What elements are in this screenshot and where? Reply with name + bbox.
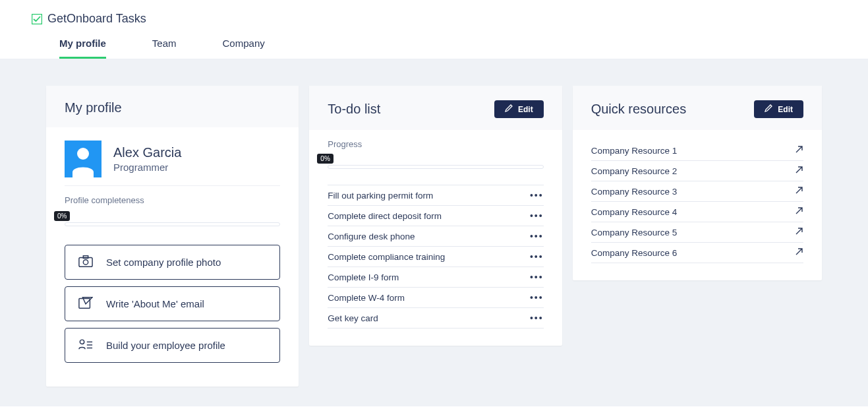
todo-progress: 0% bbox=[328, 152, 543, 169]
todo-item-label: Get key card bbox=[328, 313, 378, 323]
todo-item-label: Configure desk phone bbox=[328, 232, 415, 241]
arrow-up-right-icon bbox=[795, 145, 803, 156]
resource-label: Company Resource 1 bbox=[591, 146, 678, 156]
brand-logo-icon bbox=[32, 14, 42, 24]
profile-card-title: My profile bbox=[46, 86, 299, 127]
todo-edit-button[interactable]: Edit bbox=[494, 100, 544, 118]
todo-list: Fill out parking permit form••• Complete… bbox=[328, 185, 543, 329]
more-icon[interactable]: ••• bbox=[530, 251, 544, 262]
resource-link[interactable]: Company Resource 1 bbox=[591, 141, 803, 161]
arrow-up-right-icon bbox=[795, 227, 803, 237]
profile-progress-badge: 0% bbox=[54, 211, 70, 221]
action-label: Build your employee profile bbox=[106, 340, 225, 351]
svg-point-1 bbox=[77, 148, 89, 160]
todo-card-title: To-do list bbox=[328, 102, 380, 117]
resource-link[interactable]: Company Resource 6 bbox=[591, 243, 803, 263]
brand: GetOnboard Tasks bbox=[32, 0, 868, 32]
svg-rect-5 bbox=[79, 299, 90, 309]
resource-label: Company Resource 4 bbox=[591, 207, 678, 217]
resources-card-title: Quick resources bbox=[591, 102, 687, 117]
profile-card: My profile Alex Garcia Programmer Profil… bbox=[46, 86, 299, 387]
action-build-profile[interactable]: Build your employee profile bbox=[65, 328, 280, 363]
resources-edit-button[interactable]: Edit bbox=[754, 100, 803, 118]
todo-item[interactable]: Fill out parking permit form••• bbox=[328, 185, 543, 205]
profile-progress-bar bbox=[65, 222, 280, 226]
camera-icon bbox=[78, 255, 93, 270]
svg-rect-0 bbox=[32, 14, 42, 24]
more-icon[interactable]: ••• bbox=[530, 190, 544, 201]
todo-item-label: Fill out parking permit form bbox=[328, 191, 433, 201]
todo-item[interactable]: Complete W-4 form••• bbox=[328, 287, 543, 307]
action-label: Set company profile photo bbox=[106, 257, 221, 268]
todo-progress-badge: 0% bbox=[317, 154, 333, 164]
profile-name: Alex Garcia bbox=[113, 145, 181, 160]
svg-point-6 bbox=[80, 340, 84, 344]
resource-label: Company Resource 2 bbox=[591, 166, 678, 176]
topbar: GetOnboard Tasks My profile Team Company bbox=[0, 0, 868, 59]
resource-label: Company Resource 5 bbox=[591, 228, 678, 237]
resources-card-body: Company Resource 1 Company Resource 2 Co… bbox=[573, 130, 822, 280]
profile-identity: Alex Garcia Programmer bbox=[65, 137, 280, 186]
tab-company[interactable]: Company bbox=[223, 38, 265, 59]
svg-rect-2 bbox=[79, 258, 92, 267]
brand-text: GetOnboard Tasks bbox=[47, 12, 146, 26]
tab-my-profile[interactable]: My profile bbox=[59, 38, 106, 59]
todo-card-body: Progress 0% Fill out parking permit form… bbox=[309, 130, 562, 346]
more-icon[interactable]: ••• bbox=[530, 292, 544, 303]
profile-card-body: Alex Garcia Programmer Profile completen… bbox=[46, 127, 299, 387]
resource-label: Company Resource 3 bbox=[591, 187, 678, 197]
resource-link[interactable]: Company Resource 3 bbox=[591, 181, 803, 202]
arrow-up-right-icon bbox=[795, 206, 803, 217]
nav-tabs: My profile Team Company bbox=[32, 32, 868, 59]
more-icon[interactable]: ••• bbox=[530, 231, 544, 241]
resources-card: Quick resources Edit Company Resource 1 … bbox=[573, 86, 822, 280]
resource-label: Company Resource 6 bbox=[591, 248, 678, 258]
footer: ✱Fabrikam Inc. bbox=[0, 406, 868, 409]
todo-item[interactable]: Complete compliance training••• bbox=[328, 246, 543, 267]
resources-list: Company Resource 1 Company Resource 2 Co… bbox=[591, 141, 803, 263]
tab-team[interactable]: Team bbox=[152, 38, 177, 59]
todo-item-label: Complete I-9 form bbox=[328, 272, 399, 282]
pencil-icon bbox=[765, 104, 772, 114]
profile-role: Programmer bbox=[113, 162, 181, 173]
profile-progress: 0% bbox=[65, 209, 280, 226]
todo-card-header: To-do list Edit bbox=[309, 86, 562, 130]
more-icon[interactable]: ••• bbox=[530, 272, 544, 282]
arrow-up-right-icon bbox=[795, 247, 803, 258]
completeness-label: Profile completeness bbox=[65, 195, 280, 205]
todo-item[interactable]: Complete direct deposit form••• bbox=[328, 205, 543, 226]
workspace: My profile Alex Garcia Programmer Profil… bbox=[0, 59, 868, 406]
resource-link[interactable]: Company Resource 5 bbox=[591, 222, 803, 243]
todo-progress-bar bbox=[328, 165, 543, 169]
edit-label: Edit bbox=[778, 105, 793, 114]
pencil-icon bbox=[505, 104, 513, 114]
action-write-about-me[interactable]: Write 'About Me' email bbox=[65, 286, 280, 321]
resource-link[interactable]: Company Resource 4 bbox=[591, 202, 803, 222]
todo-item-label: Complete direct deposit form bbox=[328, 211, 442, 221]
svg-rect-3 bbox=[83, 256, 88, 259]
action-label: Write 'About Me' email bbox=[106, 298, 204, 309]
todo-item[interactable]: Complete I-9 form••• bbox=[328, 267, 543, 287]
action-set-photo[interactable]: Set company profile photo bbox=[65, 245, 280, 280]
todo-card: To-do list Edit Progress 0% Fill out par… bbox=[309, 86, 562, 346]
todo-item[interactable]: Configure desk phone••• bbox=[328, 226, 543, 246]
todo-item[interactable]: Get key card••• bbox=[328, 307, 543, 329]
more-icon[interactable]: ••• bbox=[530, 313, 544, 323]
todo-item-label: Complete W-4 form bbox=[328, 293, 405, 303]
avatar bbox=[65, 141, 101, 177]
resource-link[interactable]: Company Resource 2 bbox=[591, 161, 803, 181]
arrow-up-right-icon bbox=[795, 186, 803, 197]
todo-progress-label: Progress bbox=[328, 139, 543, 149]
todo-item-label: Complete compliance training bbox=[328, 252, 445, 262]
resources-card-header: Quick resources Edit bbox=[573, 86, 822, 130]
arrow-up-right-icon bbox=[795, 166, 803, 176]
svg-point-4 bbox=[83, 260, 88, 265]
profile-list-icon bbox=[78, 338, 93, 353]
more-icon[interactable]: ••• bbox=[530, 210, 544, 221]
edit-label: Edit bbox=[518, 105, 533, 114]
compose-icon bbox=[78, 296, 93, 311]
